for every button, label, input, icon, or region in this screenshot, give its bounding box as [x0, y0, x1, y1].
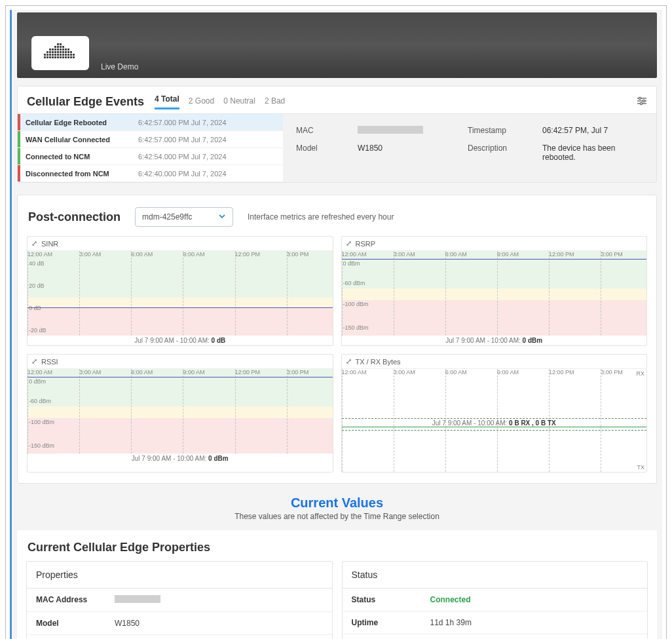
- chart-tooltip: Jul 7 9:00 AM - 10:00 AM: 0 dBm: [342, 336, 647, 345]
- tab-neutral[interactable]: 0 Neutral: [223, 96, 255, 109]
- chart-tooltip: Jul 7 9:00 AM - 10:00 AM: 0 dB: [28, 336, 333, 345]
- expand-icon[interactable]: ⤢: [346, 239, 352, 248]
- uptime-value: 11d 1h 39m: [430, 618, 472, 627]
- tab-good[interactable]: 2 Good: [189, 96, 214, 109]
- expand-icon[interactable]: ⤢: [31, 357, 37, 366]
- chart-plot[interactable]: 12:00 AM 3:00 AM 6:00 AM 9:00 AM 12:00 P…: [28, 250, 333, 336]
- chart-plot[interactable]: 12:00 AM 3:00 AM 6:00 AM 9:00 AM 12:00 P…: [28, 368, 333, 454]
- interface-select[interactable]: mdm-425e9ffc: [135, 207, 233, 227]
- properties-panel: Properties MAC Address ModelW1850 Versio…: [26, 561, 333, 639]
- events-tabs: 4 Total 2 Good 0 Neutral 2 Bad: [155, 94, 285, 109]
- hero-label: Live Demo: [101, 62, 138, 71]
- uptime-label: Uptime: [352, 618, 430, 627]
- event-row[interactable]: Disconnected from NCM 6:42:40.000 PM Jul…: [18, 165, 283, 182]
- mac-address-value: [115, 595, 160, 605]
- svg-point-3: [643, 100, 644, 102]
- post-title: Post-connection: [28, 210, 121, 224]
- event-row[interactable]: Cellular Edge Rebooted 6:42:57.000 PM Ju…: [18, 114, 283, 131]
- model-value: W1850: [115, 619, 140, 628]
- post-connection-card: Post-connection mdm-425e9ffc Interface m…: [17, 195, 657, 484]
- chart-rsrp: ⤢ RSRP 12:00 AM 3:00 AM 6:00 AM 9:00 AM …: [341, 236, 648, 346]
- chart-plot[interactable]: 12:00 AM 3:00 AM 6:00 AM 9:00 AM 12:00 P…: [342, 368, 647, 472]
- timestamp-label: Timestamp: [468, 126, 533, 136]
- rx-label: RX: [636, 370, 644, 377]
- chart-rssi: ⤢ RSSI 12:00 AM 3:00 AM 6:00 AM 9:00 AM …: [27, 354, 333, 473]
- chart-title-text: TX / RX Bytes: [356, 358, 401, 366]
- status-panel: Status StatusConnected Uptime11d 1h 39m …: [342, 561, 648, 639]
- tx-label: TX: [637, 464, 644, 471]
- events-card: Cellular Edge Events 4 Total 2 Good 0 Ne…: [17, 86, 657, 183]
- event-detail: MAC Timestamp 06:42:57 PM, Jul 7 Model W…: [283, 114, 656, 182]
- events-title: Cellular Edge Events: [27, 95, 144, 109]
- description-label: Description: [468, 144, 533, 162]
- tab-bad[interactable]: 2 Bad: [265, 96, 285, 109]
- mac-address-label: MAC Address: [36, 595, 115, 605]
- current-properties-title: Current Cellular Edge Properties: [17, 530, 657, 561]
- panel-title: Properties: [27, 562, 332, 589]
- svg-point-1: [639, 97, 641, 99]
- current-properties-card: Current Cellular Edge Properties Propert…: [17, 530, 657, 639]
- hero-banner: Live Demo: [17, 12, 657, 78]
- description-value: The device has been rebooted.: [542, 144, 643, 162]
- model-label: Model: [36, 619, 115, 628]
- status-label: Status: [352, 595, 430, 604]
- svg-point-5: [640, 102, 642, 104]
- event-row[interactable]: Connected to NCM 6:42:54.000 PM Jul 7, 2…: [18, 148, 283, 165]
- chart-plot[interactable]: 12:00 AM 3:00 AM 6:00 AM 9:00 AM 12:00 P…: [342, 250, 647, 336]
- event-row[interactable]: WAN Cellular Connected 6:42:57.000 PM Ju…: [18, 131, 283, 148]
- chart-title-text: RSRP: [356, 240, 376, 248]
- status-value: Connected: [430, 595, 471, 604]
- chart-txrx: ⤢ TX / RX Bytes 12:00 AM 3:00 AM 6:00 AM…: [341, 354, 648, 473]
- chart-title-text: SINR: [41, 240, 58, 248]
- select-value: mdm-425e9ffc: [142, 212, 192, 222]
- current-values-title: Current Values: [17, 495, 657, 511]
- chart-title-text: RSSI: [41, 358, 58, 366]
- mac-value: [358, 126, 458, 136]
- tab-total[interactable]: 4 Total: [155, 94, 179, 109]
- timestamp-value: 06:42:57 PM, Jul 7: [542, 126, 643, 136]
- chart-tooltip: Jul 7 9:00 AM - 10:00 AM: 0 dBm: [28, 454, 333, 463]
- chevron-down-icon: [218, 212, 226, 222]
- expand-icon[interactable]: ⤢: [346, 357, 352, 366]
- events-list: Cellular Edge Rebooted 6:42:57.000 PM Ju…: [18, 114, 283, 182]
- model-value: W1850: [358, 144, 458, 162]
- refresh-hint: Interface metrics are refreshed every ho…: [248, 212, 394, 222]
- model-label: Model: [296, 144, 348, 162]
- current-values-sub: These values are not affected by the Tim…: [17, 512, 657, 521]
- chart-sinr: ⤢ SINR 12:00 AM 3:00 AM 6:00 AM 9:00 AM …: [27, 236, 333, 346]
- logo: [31, 36, 89, 70]
- expand-icon[interactable]: ⤢: [31, 239, 37, 248]
- panel-title: Status: [343, 562, 648, 589]
- settings-icon[interactable]: [637, 96, 647, 107]
- mac-label: MAC: [296, 126, 348, 136]
